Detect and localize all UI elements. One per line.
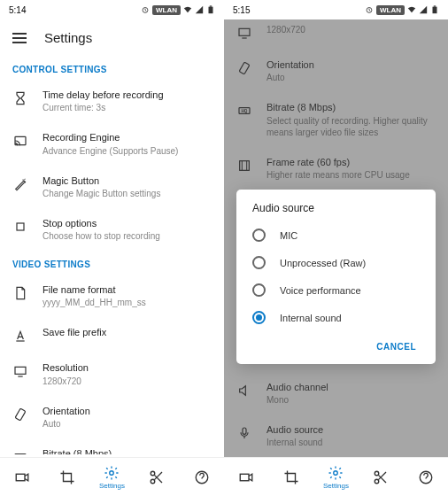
setting-bitrate[interactable]: HQ Bitrate (8 Mbps)Select quality of rec…	[0, 438, 224, 454]
nav-help[interactable]	[179, 458, 224, 496]
setting-sub: Current time: 3s	[42, 102, 212, 113]
signal-icon	[419, 5, 428, 14]
option-label: Voice performance	[280, 285, 361, 296]
setting-title: Stop options	[42, 217, 212, 229]
radio-unchecked-icon	[252, 283, 266, 297]
svg-rect-18	[434, 5, 436, 6]
svg-rect-2	[210, 5, 212, 6]
svg-rect-11	[17, 474, 26, 481]
option-internal-sound[interactable]: Internal sound	[236, 304, 436, 331]
phone-right: 5:15 WLAN 1280x720 OrientationAuto HQ Bi…	[224, 0, 448, 496]
nav-label: Settings	[323, 482, 349, 490]
nav-capture[interactable]	[45, 458, 90, 496]
svg-point-31	[375, 471, 379, 476]
text-icon	[12, 328, 28, 344]
nav-settings[interactable]: Settings	[89, 458, 135, 496]
monitor-icon	[12, 363, 28, 379]
section-video: VIDEO SETTINGS	[0, 251, 224, 275]
scissors-icon	[149, 469, 165, 485]
svg-rect-8	[15, 408, 26, 421]
hq-icon: HQ	[12, 449, 28, 454]
setting-resolution[interactable]: Resolution1280x720	[0, 353, 224, 395]
radio-unchecked-icon	[252, 256, 266, 269]
setting-file-prefix[interactable]: Save file prefix	[0, 317, 224, 353]
setting-sub: Advance Engine (Supports Pause)	[42, 145, 212, 157]
dialog-title: Audio source	[236, 202, 436, 221]
gear-icon	[104, 465, 120, 481]
status-time: 5:14	[9, 5, 26, 15]
setting-orientation[interactable]: OrientationAuto	[0, 396, 224, 438]
nav-help[interactable]	[403, 458, 448, 496]
network-badge: WLAN	[152, 5, 181, 15]
audio-source-dialog: Audio source MIC Unprocessed (Raw) Voice…	[236, 190, 436, 364]
rotate-icon	[12, 407, 28, 422]
setting-sub: 1280x720	[42, 376, 212, 387]
setting-magic-button[interactable]: Magic ButtonChange Magic Button settings	[0, 166, 224, 208]
setting-title: Magic Button	[42, 174, 212, 187]
setting-recording-engine[interactable]: Recording EngineAdvance Engine (Supports…	[0, 122, 224, 165]
app-header: Settings	[0, 19, 224, 56]
settings-scroll[interactable]: 1280x720 OrientationAuto HQ Bitrate (8 M…	[224, 19, 448, 457]
setting-sub: Choose how to stop recording	[42, 230, 212, 242]
nav-record[interactable]	[0, 458, 45, 496]
status-bar: 5:14 WLAN	[0, 0, 224, 19]
magic-icon	[12, 176, 28, 192]
file-icon	[12, 285, 28, 301]
phone-left: 5:14 WLAN Settings CONTROL SETTINGS Time…	[0, 0, 224, 496]
setting-sub: yyyy_MM_dd_HH_mm_ss	[42, 297, 212, 308]
crop-icon	[59, 469, 75, 485]
svg-point-12	[110, 470, 114, 475]
bottom-nav: Settings	[0, 457, 224, 496]
scissors-icon	[373, 469, 389, 485]
settings-scroll[interactable]: CONTROL SETTINGS Time delay before recor…	[0, 56, 224, 454]
setting-title: Bitrate (8 Mbps)	[42, 447, 212, 454]
status-bar: 5:15 WLAN	[224, 0, 448, 19]
setting-time-delay[interactable]: Time delay before recordingCurrent time:…	[0, 80, 224, 122]
option-label: MIC	[280, 230, 297, 241]
signal-icon	[195, 5, 204, 14]
setting-title: Save file prefix	[42, 326, 212, 338]
option-unprocessed[interactable]: Unprocessed (Raw)	[236, 249, 436, 276]
page-title: Settings	[44, 30, 92, 45]
cast-icon	[12, 133, 28, 149]
svg-rect-17	[433, 7, 437, 14]
wifi-icon	[407, 5, 416, 14]
radio-checked-icon	[252, 311, 266, 324]
svg-rect-29	[241, 474, 250, 481]
option-voice-performance[interactable]: Voice performance	[236, 276, 436, 304]
nav-edit[interactable]	[135, 458, 180, 496]
nav-edit[interactable]	[359, 458, 404, 496]
setting-stop-options[interactable]: Stop optionsChoose how to stop recording	[0, 208, 224, 251]
gear-icon	[328, 465, 344, 481]
hourglass-icon	[12, 90, 28, 106]
nav-capture[interactable]	[269, 458, 314, 496]
crop-icon	[283, 469, 299, 485]
alarm-icon	[365, 5, 374, 14]
setting-sub: Change Magic Button settings	[42, 188, 212, 199]
svg-rect-4	[17, 223, 24, 230]
radio-unchecked-icon	[252, 229, 266, 242]
stop-icon	[12, 219, 28, 235]
battery-icon	[430, 5, 439, 14]
menu-icon[interactable]	[12, 33, 27, 43]
nav-settings[interactable]: Settings	[313, 458, 359, 496]
svg-rect-6	[15, 368, 26, 375]
camera-icon	[14, 469, 30, 485]
svg-rect-1	[209, 7, 213, 14]
alarm-icon	[141, 5, 150, 14]
status-time: 5:15	[233, 5, 250, 15]
cancel-button[interactable]: CANCEL	[369, 337, 423, 357]
wifi-icon	[183, 5, 192, 14]
bottom-nav: Settings	[224, 457, 448, 496]
option-mic[interactable]: MIC	[236, 221, 436, 249]
nav-label: Settings	[99, 482, 125, 490]
setting-sub: Auto	[42, 418, 212, 430]
svg-point-13	[151, 471, 155, 476]
camera-icon	[238, 469, 254, 485]
nav-record[interactable]	[224, 458, 269, 496]
setting-file-name[interactable]: File name formatyyyy_MM_dd_HH_mm_ss	[0, 275, 224, 317]
setting-title: Resolution	[42, 361, 212, 374]
setting-title: Time delay before recording	[42, 89, 212, 101]
battery-icon	[206, 5, 215, 14]
option-label: Internal sound	[280, 313, 342, 323]
